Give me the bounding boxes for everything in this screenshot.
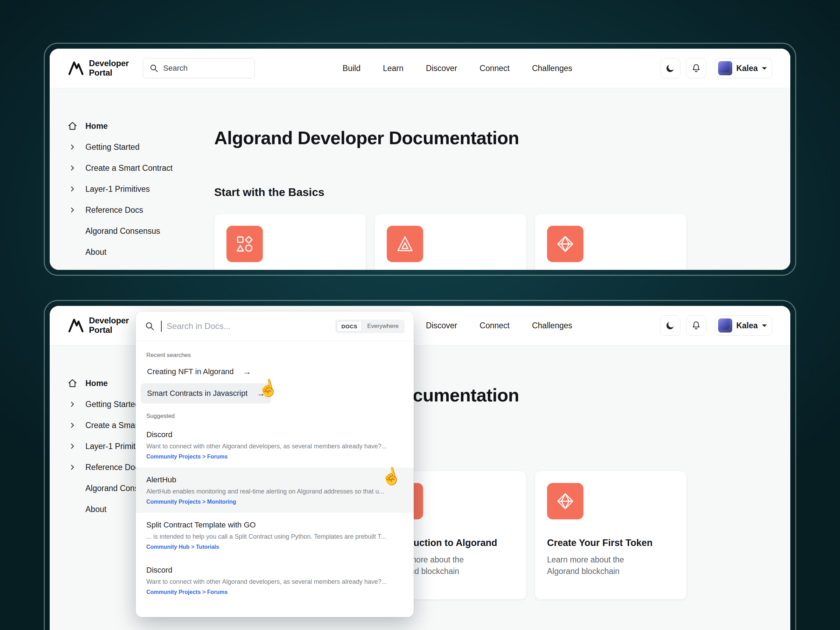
arrow-right-icon: → [243,367,251,377]
user-menu[interactable]: Kalea [715,315,772,336]
card-introduction-to-algorand[interactable]: Introduction to Algorand Learn more abou… [374,213,526,270]
nav-build[interactable]: Build [343,64,360,73]
card-icon-tile [387,226,423,262]
suggestion-title: AlertHub [146,475,403,485]
developer-portal-window-search-open: Developer Portal Search Build Learn Disc… [50,306,790,630]
recent-search-creating-nft[interactable]: Creating NFT in Algorand → [141,362,257,382]
sidebar-item-home[interactable]: Home [67,115,214,136]
section-title: Start with the Basics [214,186,790,198]
nav-connect[interactable]: Connect [480,64,510,73]
sidebar-item-label: Home [85,379,108,388]
scope-everywhere-button[interactable]: Everywhere [363,323,403,330]
home-icon [67,378,78,388]
suggestion-discord-2[interactable]: Discord Want to connect with other Algor… [136,558,414,603]
brand-name: Developer Portal [89,316,129,335]
chevron-right-icon[interactable] [67,443,78,450]
suggestion-breadcrumb[interactable]: Community Projects > Forums [146,453,403,460]
suggestion-split-contract-template[interactable]: Split Contract Template with GO ... is i… [136,513,414,558]
card-basics-1[interactable] [214,213,366,270]
search-icon [145,321,155,331]
card-create-your-first-token[interactable]: Create Your First Token Learn more about… [535,213,687,270]
sidebar-item-getting-started[interactable]: Getting Started [67,136,214,158]
recent-search-smart-contracts[interactable]: Smart Contracts in Javascript → [141,383,271,404]
nav-connect[interactable]: Connect [480,321,510,330]
docs-search-input[interactable]: Search in Docs... [167,321,330,331]
notifications-button[interactable] [686,58,706,78]
suggestion-title: Split Contract Template with GO [146,521,403,529]
algorand-logo-icon[interactable] [68,60,84,76]
suggestion-title: Discord [146,565,403,575]
suggestion-discord-1[interactable]: Discord Want to connect with other Algor… [136,422,414,467]
sidebar-item-label: About [85,505,106,514]
suggestion-desc: ... is intended to help you call a Split… [146,533,403,540]
card-create-your-first-token[interactable]: Create Your First Token Learn more about… [535,471,687,600]
suggestion-alerthub[interactable]: AlertHub AlertHub enables monitoring and… [136,467,414,513]
suggestion-desc: Want to connect with other Algorand deve… [146,578,403,586]
chevron-down-icon [762,67,767,72]
algorand-logo-icon[interactable] [68,317,84,333]
nav-discover[interactable]: Discover [426,64,457,73]
user-name: Kalea [736,64,758,73]
page-title: Algorand Developer Documentation [214,129,790,147]
sidebar-item-label: Home [85,122,108,131]
home-icon [67,121,78,131]
moon-icon [665,321,675,330]
sidebar-item-layer-1-primitives[interactable]: Layer-1 Primitives [67,178,214,199]
sidebar-item-reference-docs[interactable]: Reference Docs [67,199,214,221]
brand-line1: Developer [89,316,129,325]
sidebar-item-label: Getting Started [85,142,140,152]
chevron-right-icon[interactable] [67,422,78,429]
suggestion-breadcrumb[interactable]: Community Projects > Forums [146,589,403,595]
suggestion-title: Discord [146,430,403,439]
nav-challenges[interactable]: Challenges [532,321,572,330]
header: Developer Portal Search Build Learn Disc… [50,49,790,88]
text-cursor [161,321,162,332]
sidebar-item-about[interactable]: About [67,242,214,262]
recent-searches-label: Recent searches [146,352,403,359]
chevron-right-icon[interactable] [67,144,78,150]
scope-docs-button[interactable]: DOCS [337,321,362,332]
notifications-button[interactable] [686,315,706,336]
main-content: Algorand Developer Documentation Start w… [214,88,790,270]
browser-window-frame-top: Developer Portal Search Build Learn Disc… [44,43,796,276]
basics-cards-row: Introduction to Algorand Learn more abou… [214,213,790,270]
chevron-right-icon[interactable] [67,464,78,471]
gem-icon [556,235,574,253]
card-icon-tile [547,483,583,519]
suggestion-breadcrumb[interactable]: Community Projects > Monitoring [146,499,403,505]
avatar [718,319,732,333]
chevron-right-icon[interactable] [67,401,78,408]
bell-icon [691,321,701,330]
page-body: Home Getting Started Create a Smart Cont… [50,88,790,270]
search-placeholder: Search [163,64,188,73]
cursor-pointer-icon: ☝ [379,466,403,487]
brand-line2: Portal [89,325,129,335]
sidebar-item-algorand-consensus[interactable]: Algorand Consensus [67,221,214,242]
chevron-right-icon[interactable] [67,207,78,213]
brand-line1: Developer [89,59,129,68]
sidebar-item-create-a-smart-contract[interactable]: Create a Smart Contract [67,158,214,178]
search-input[interactable]: Search [143,58,255,78]
user-menu[interactable]: Kalea [715,58,772,78]
header-actions: Kalea [660,58,772,78]
shapes-icon [235,235,254,253]
bell-icon [691,63,701,73]
chevron-right-icon[interactable] [67,185,78,193]
sidebar-item-label: Layer-1 Primitives [85,185,150,194]
dark-mode-toggle[interactable] [660,315,681,336]
nav-challenges[interactable]: Challenges [532,64,572,73]
user-name: Kalea [736,321,758,330]
header-actions: Kalea [660,315,772,336]
chevron-right-icon[interactable] [67,164,78,172]
suggestion-breadcrumb[interactable]: Community Hub > Tutorials [146,544,403,550]
overlay-search-row: Search in Docs... DOCS Everywhere [136,311,414,341]
dark-mode-toggle[interactable] [660,58,681,78]
browser-window-frame-bottom: Developer Portal Search Build Learn Disc… [44,300,796,630]
suggested-label: Suggested [146,413,403,420]
suggestion-desc: AlertHub enables monitoring and real-tim… [146,488,403,495]
nav-learn[interactable]: Learn [383,64,404,73]
suggestion-desc: Want to connect with other Algorand deve… [146,443,403,450]
search-icon [150,64,159,73]
nav-discover[interactable]: Discover [426,321,457,330]
gem-icon [556,492,574,510]
